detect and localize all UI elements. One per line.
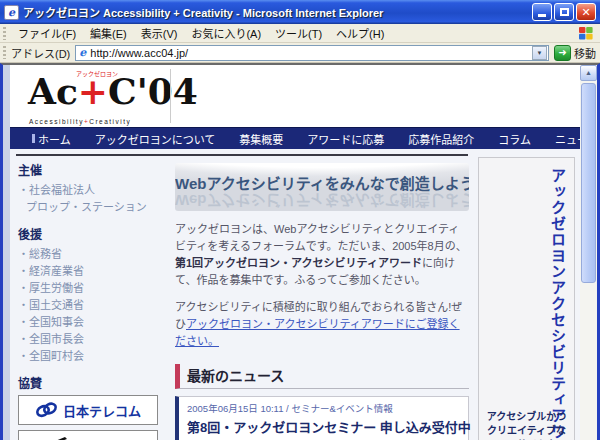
- award-vertical-banner[interactable]: アックゼロヨン アクセシビリティアワード 作品募集中 アクセシブルかつ クリエイ…: [478, 157, 575, 440]
- menu-bar: ファイル(F) 編集(E) 表示(V) お気に入り(A) ツール(T) ヘルプ(…: [0, 24, 600, 43]
- site-header: アックゼロヨン Ac+C'04 Accessibility+Creativity: [10, 65, 583, 127]
- close-button[interactable]: ✕: [576, 3, 596, 21]
- award-register-link[interactable]: アックゼロヨン・アクセシビリティアワードにご登録ください。: [175, 318, 460, 347]
- toolbar-grip: [3, 46, 6, 59]
- sidebar-link-shichou[interactable]: ・全国市長会: [18, 331, 168, 348]
- vertical-text-block: アックゼロヨン アクセシビリティアワード 作品募集中: [531, 168, 570, 420]
- menu-edit[interactable]: 編集(E): [83, 25, 134, 41]
- catchcopy-banner: Webアクセシビリティをみんなで創造しよう! Webアクセシビリティをみんなで創…: [175, 163, 469, 211]
- browser-viewport: アックゼロヨン Ac+C'04 Accessibility+Creativity…: [0, 63, 600, 440]
- vertical-scrollbar[interactable]: ▲: [580, 65, 597, 440]
- address-input[interactable]: e http://www.acc04.jp/ ▼: [75, 45, 549, 61]
- nav-entries[interactable]: 応募作品紹介: [396, 131, 486, 147]
- sidebar-link-prop-station[interactable]: ・社会福祉法人 プロップ・ステーション: [18, 182, 168, 216]
- catchcopy-text: Webアクセシビリティをみんなで創造しよう!: [175, 163, 469, 193]
- site-logo[interactable]: アックゼロヨン Ac+C'04 Accessibility+Creativity: [28, 69, 170, 125]
- windows-logo-icon: [576, 25, 596, 42]
- nav-home[interactable]: ホーム: [20, 131, 83, 147]
- vertical-line-1: アックゼロヨン: [531, 168, 570, 280]
- main-nav: ホーム アックゼロヨンについて 募集概要 アワードに応募 応募作品紹介 コラム …: [10, 127, 583, 149]
- sidebar-link-keizai[interactable]: ・経済産業省: [18, 263, 168, 280]
- toolbar-grip: [3, 27, 6, 40]
- news-title-link[interactable]: 第8回・アックゼロヨンセミナー 申し込み受付中: [187, 417, 460, 436]
- window-title: アックゼロヨン Accessibility + Creativity - Mic…: [23, 4, 532, 20]
- sponsor-japan-telecom[interactable]: 日本テレコム: [18, 395, 158, 425]
- title-bar: e アックゼロヨン Accessibility + Creativity - M…: [0, 0, 600, 24]
- intro-paragraph: アックゼロヨンは、Webアクセシビリティとクリエイティビティを考えるフォーラムで…: [175, 221, 469, 289]
- sidebar-heading-sponsor: 協賛: [18, 374, 168, 391]
- sidebar-heading-organizer: 主催: [18, 161, 168, 178]
- go-button-icon[interactable]: ➜: [554, 45, 571, 61]
- call-paragraph: アクセシビリティに積極的に取り組んでおられる皆さん!ぜひアックゼロヨン・アクセシ…: [175, 299, 469, 350]
- nav-apply[interactable]: アワードに応募: [295, 131, 396, 147]
- menu-view[interactable]: 表示(V): [134, 25, 185, 41]
- chain-link-icon: [35, 402, 59, 418]
- news-item: 2005年06月15日 10:11 / セミナー&イベント情報 第8回・アックゼ…: [175, 396, 469, 440]
- menu-help[interactable]: ヘルプ(H): [329, 25, 391, 41]
- anchor-swoosh-icon: [29, 435, 71, 440]
- scrollbar-thumb[interactable]: [581, 83, 596, 283]
- sidebar-link-chiji[interactable]: ・全国知事会: [18, 314, 168, 331]
- logo-subtitle: Accessibility+Creativity: [29, 118, 131, 125]
- sponsor-anchor-technology[interactable]: ANCHOR TECHNOLOGY: [18, 430, 158, 440]
- header-divider: [170, 69, 171, 123]
- ie-page-icon: e: [4, 5, 19, 20]
- maximize-button[interactable]: [554, 3, 574, 21]
- nav-column[interactable]: コラム: [486, 131, 543, 147]
- nav-outline[interactable]: 募集概要: [227, 131, 295, 147]
- minimize-button[interactable]: [532, 3, 552, 21]
- address-dropdown-button[interactable]: ▼: [532, 46, 547, 60]
- banner-caption: アクセシブルかつ クリエイティブな Webサイトを: [479, 410, 574, 440]
- address-label: アドレス(D): [11, 45, 70, 61]
- news-section-heading: 最新のニュース: [175, 364, 469, 389]
- sidebar-link-soumu[interactable]: ・総務省: [18, 246, 168, 263]
- menu-tools[interactable]: ツール(T): [268, 25, 329, 41]
- address-url: http://www.acc04.jp/: [90, 47, 532, 59]
- go-button-label[interactable]: 移動: [574, 45, 596, 61]
- menu-favorites[interactable]: お気に入り(A): [184, 25, 268, 41]
- web-page: アックゼロヨン Ac+C'04 Accessibility+Creativity…: [3, 65, 583, 440]
- logo-main-text: Ac+C'04: [28, 71, 198, 111]
- nav-about[interactable]: アックゼロヨンについて: [83, 131, 228, 147]
- sidebar-link-kousei[interactable]: ・厚生労働省: [18, 280, 168, 297]
- main-column: Webアクセシビリティをみんなで創造しよう! Webアクセシビリティをみんなで創…: [175, 163, 469, 440]
- nav-news[interactable]: ニュース: [543, 131, 583, 147]
- sidebar-link-chouson[interactable]: ・全国町村会: [18, 348, 168, 365]
- address-bar: アドレス(D) e http://www.acc04.jp/ ▼ ➜ 移動: [0, 43, 600, 63]
- scroll-up-arrow[interactable]: ▲: [580, 65, 597, 81]
- browser-window: e アックゼロヨン Accessibility + Creativity - M…: [0, 0, 600, 440]
- news-date-line: 2005年06月15日 10:11 / セミナー&イベント情報: [187, 401, 460, 415]
- sidebar-heading-support: 後援: [18, 225, 168, 242]
- home-marker-icon: [32, 134, 35, 143]
- menu-file[interactable]: ファイル(F): [11, 25, 83, 41]
- top-rule: [16, 154, 468, 156]
- catchcopy-reflection: Webアクセシビリティをみんなで創造しよう!: [175, 191, 469, 211]
- news-category: セミナー&イベント情報: [291, 403, 392, 414]
- sidebar-link-kokudo[interactable]: ・国土交通省: [18, 297, 168, 314]
- ie-favicon: e: [79, 47, 86, 59]
- page-body: 主催 ・社会福祉法人 プロップ・ステーション 後援 ・総務省 ・経済産業省 ・厚…: [10, 149, 583, 440]
- sidebar: 主催 ・社会福祉法人 プロップ・ステーション 後援 ・総務省 ・経済産業省 ・厚…: [18, 161, 168, 440]
